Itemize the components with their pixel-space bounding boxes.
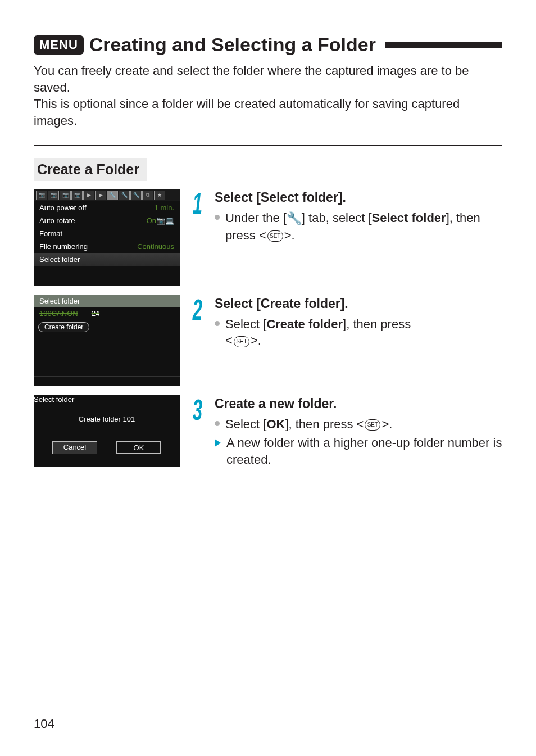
triangle-icon — [215, 439, 221, 447]
section-title: Create a Folder — [34, 158, 147, 181]
set-button-icon: SET — [365, 419, 380, 431]
menu-value: 1 min. — [155, 203, 174, 212]
tab-icon: ▶ — [95, 191, 106, 200]
page-heading: MENU Creating and Selecting a Folder — [34, 34, 502, 56]
text: < — [225, 333, 233, 347]
text: ], then press < — [285, 417, 364, 431]
blank-row — [34, 266, 180, 276]
page-number: 104 — [34, 717, 54, 731]
step-2-bullet: Select [Create folder], then press <SET>… — [215, 316, 502, 349]
bold-text: Select folder — [372, 211, 446, 225]
step-2-title: Select [Create folder]. — [215, 295, 502, 313]
menu-label: Auto power off — [39, 203, 87, 212]
camera-dialog-screen: Select folder Create folder 101 Cancel O… — [34, 395, 180, 467]
step-1: 📷 📷 📷 📷 ▶ ▶ 🔧 🔧 🔧 ⧉ ★ Auto power off 1 m… — [34, 189, 502, 286]
text: >. — [284, 228, 295, 242]
step-3-bullet-1: Select [OK], then press <SET>. — [215, 416, 502, 433]
folder-count: 24 — [92, 309, 99, 318]
tab-bar: 📷 📷 📷 📷 ▶ ▶ 🔧 🔧 🔧 ⧉ ★ — [34, 189, 180, 201]
cancel-button[interactable]: Cancel — [52, 441, 97, 454]
folder-name: 100CANON — [39, 309, 78, 318]
text: ], then press — [343, 317, 411, 331]
menu-label: Format — [39, 229, 62, 238]
set-button-icon: SET — [234, 336, 249, 347]
text: Under the [ — [225, 211, 287, 225]
camera-menu-screen-2: Select folder 100CANON 24 Create folder — [34, 295, 180, 386]
tab-icon: 📷 — [48, 191, 59, 200]
bullet-icon — [215, 421, 220, 426]
menu-label: Select folder — [39, 255, 80, 264]
dialog-buttons: Cancel OK — [34, 441, 180, 467]
step-2: Select folder 100CANON 24 Create folder … — [34, 295, 502, 386]
step-3: Select folder Create folder 101 Cancel O… — [34, 395, 502, 470]
text: >. — [251, 333, 261, 347]
menu-row: Auto rotate On📷💻 — [34, 214, 180, 227]
bold-text: OK — [266, 417, 285, 431]
tab-wrench-active-icon: 🔧 — [107, 191, 118, 200]
step-1-title: Select [Select folder]. — [215, 189, 502, 206]
step-2-body: Select [Create folder]. Select [Create f… — [215, 295, 502, 351]
text: ] tab, select [ — [302, 211, 372, 225]
menu-label: File numbering — [39, 242, 88, 251]
text: Select [ — [225, 417, 266, 431]
folder-row: 100CANON 24 — [34, 307, 180, 320]
step-3-title: Create a new folder. — [215, 395, 502, 413]
tab-icon: 📷 — [36, 191, 47, 200]
heading-title: Creating and Selecting a Folder — [89, 34, 376, 56]
menu-row: Auto power off 1 min. — [34, 201, 180, 214]
divider — [34, 145, 502, 146]
bold-text: Create folder — [266, 317, 343, 331]
create-folder-pill: Create folder — [38, 322, 89, 332]
bullet-icon — [215, 215, 220, 220]
menu-badge: MENU — [34, 35, 84, 55]
step-1-bullet: Under the [🔧] tab, select [Select folder… — [215, 210, 502, 244]
text: >. — [381, 417, 392, 431]
ok-button[interactable]: OK — [116, 441, 161, 454]
tab-icon: ▶ — [83, 191, 94, 200]
menu-value: Continuous — [137, 242, 174, 251]
menu-row: Format — [34, 227, 180, 240]
tab-icon: 🔧 — [119, 191, 130, 200]
wrench-icon: 🔧 — [287, 210, 302, 227]
camera-menu-screen-1: 📷 📷 📷 📷 ▶ ▶ 🔧 🔧 🔧 ⧉ ★ Auto power off 1 m… — [34, 189, 180, 286]
screen-header: Select folder — [34, 295, 180, 307]
tab-icon: 📷 — [60, 191, 71, 200]
menu-row: File numbering Continuous — [34, 240, 180, 253]
intro-text: You can freely create and select the fol… — [34, 62, 502, 129]
bullet-icon — [215, 321, 220, 326]
step-number-3: 3 — [188, 395, 207, 424]
dialog-message: Create folder 101 — [34, 404, 180, 441]
menu-value: On📷💻 — [147, 216, 174, 225]
set-button-icon: SET — [267, 230, 283, 242]
step-number-1: 1 — [188, 189, 207, 218]
step-3-body: Create a new folder. Select [OK], then p… — [215, 395, 502, 470]
heading-rule — [385, 42, 502, 48]
step-1-body: Select [Select folder]. Under the [🔧] ta… — [215, 189, 502, 246]
tab-icon: 📷 — [71, 191, 83, 200]
step-number-2: 2 — [188, 295, 207, 324]
tab-icon: ⧉ — [142, 191, 153, 200]
tab-icon: 🔧 — [130, 191, 142, 200]
text: Select [ — [225, 317, 266, 331]
menu-row-selected: Select folder — [34, 253, 180, 266]
tab-icon: ★ — [154, 191, 165, 200]
step-3-bullet-2: A new folder with a higher one-up folder… — [215, 434, 502, 468]
text: A new folder with a higher one-up folder… — [226, 434, 502, 468]
menu-label: Auto rotate — [39, 216, 75, 225]
blank-row — [34, 276, 180, 286]
dialog-header: Select folder — [34, 395, 180, 404]
